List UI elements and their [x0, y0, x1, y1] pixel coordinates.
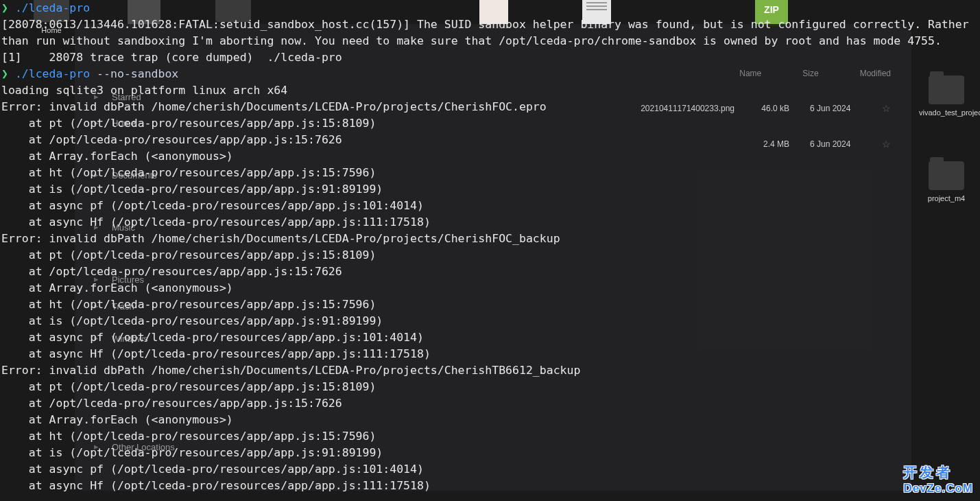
terminal-line: ❯ ./lceda-pro	[1, 0, 979, 16]
terminal-line: at Array.forEach (<anonymous>)	[1, 280, 979, 296]
terminal-line: at /opt/lceda-pro/resources/app/app.js:1…	[1, 395, 979, 412]
terminal-line: loading sqlite3 on platform linux arch x…	[1, 82, 979, 99]
terminal-line: at is (/opt/lceda-pro/resources/app/app.…	[1, 313, 979, 329]
terminal-line: at async pf (/opt/lceda-pro/resources/ap…	[1, 329, 979, 346]
terminal-line: at ht (/opt/lceda-pro/resources/app/app.…	[1, 428, 979, 445]
terminal-line: than run without sandboxing I'm aborting…	[1, 33, 979, 49]
command-args: --no-sandbox	[90, 67, 178, 80]
terminal-line: at /opt/lceda-pro/resources/app/app.js:1…	[1, 132, 979, 148]
prompt-marker: ❯	[1, 1, 8, 14]
terminal-line: at /opt/lceda-pro/resources/app/app.js:1…	[1, 264, 979, 280]
terminal-line: at Array.forEach (<anonymous>)	[1, 412, 979, 428]
terminal-line: at pt (/opt/lceda-pro/resources/app/app.…	[1, 379, 979, 395]
terminal-line: at ht (/opt/lceda-pro/resources/app/app.…	[1, 165, 979, 181]
watermark: 开发者 DevZe.CoM	[903, 463, 973, 496]
terminal-line: Error: invalid dbPath /home/cherish/Docu…	[1, 362, 979, 379]
terminal-line: at async Hf (/opt/lceda-pro/resources/ap…	[1, 214, 979, 231]
terminal-line: at Array.forEach (<anonymous>)	[1, 148, 979, 165]
terminal-line: at pt (/opt/lceda-pro/resources/app/app.…	[1, 247, 979, 264]
watermark-url: DevZe.CoM	[903, 482, 973, 496]
terminal-line: at async pf (/opt/lceda-pro/resources/ap…	[1, 461, 979, 478]
terminal-line: [28078:0613/113446.101628:FATAL:setuid_s…	[1, 16, 979, 33]
terminal-line: at is (/opt/lceda-pro/resources/app/app.…	[1, 445, 979, 461]
terminal-line: Error: invalid dbPath /home/cherish/Docu…	[1, 231, 979, 247]
command: ./lceda-pro	[15, 1, 90, 14]
terminal-line: ❯ ./lceda-pro --no-sandbox	[1, 66, 979, 82]
prompt-marker: ❯	[1, 67, 8, 80]
terminal-line: at async Hf (/opt/lceda-pro/resources/ap…	[1, 478, 979, 494]
terminal-line: at is (/opt/lceda-pro/resources/app/app.…	[1, 181, 979, 198]
terminal-line: Error: invalid dbPath /home/cherish/Docu…	[1, 99, 979, 115]
watermark-chinese: 开发者	[903, 463, 973, 482]
terminal-line: at pt (/opt/lceda-pro/resources/app/app.…	[1, 115, 979, 132]
terminal-line: at async Hf (/opt/lceda-pro/resources/ap…	[1, 346, 979, 362]
terminal-line: [1] 28078 trace trap (core dumped) ./lce…	[1, 49, 979, 66]
terminal-window[interactable]: ❯ ./lceda-pro[28078:0613/113446.101628:F…	[0, 0, 980, 501]
terminal-line: at async pf (/opt/lceda-pro/resources/ap…	[1, 198, 979, 214]
terminal-line: at ht (/opt/lceda-pro/resources/app/app.…	[1, 296, 979, 313]
command: ./lceda-pro	[15, 67, 90, 80]
